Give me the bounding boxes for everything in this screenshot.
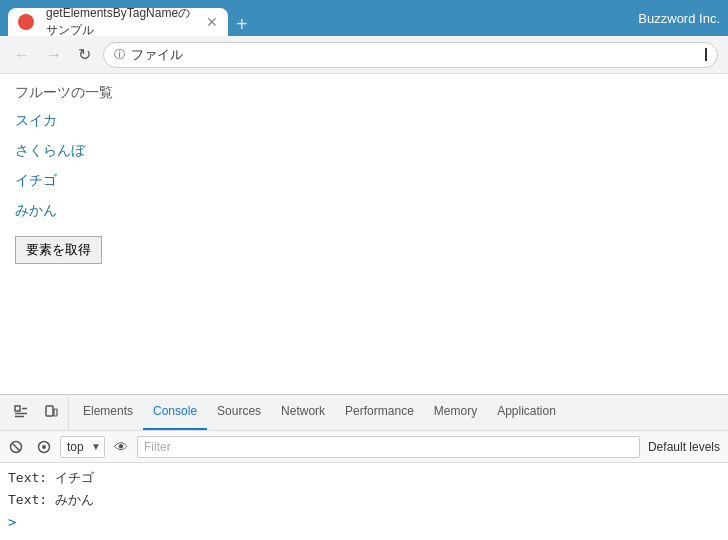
- url-bar[interactable]: ⓘ ファイル: [103, 42, 718, 68]
- company-label: Buzzword Inc.: [638, 11, 720, 26]
- fruit-item-2: さくらんぼ: [15, 142, 713, 160]
- fruit-item-4: みかん: [15, 202, 713, 220]
- tab-elements[interactable]: Elements: [73, 394, 143, 430]
- console-line-1-text: Text: イチゴ: [8, 469, 94, 487]
- tab-title: getElementsByTagNameのサンプル: [46, 5, 200, 39]
- svg-rect-5: [54, 409, 57, 416]
- eye-button[interactable]: 👁: [109, 436, 133, 458]
- console-prompt-icon: >: [8, 513, 16, 533]
- tab-close-button[interactable]: ✕: [206, 15, 218, 29]
- tab-performance[interactable]: Performance: [335, 394, 424, 430]
- console-line-2-text: Text: みかん: [8, 491, 94, 509]
- svg-point-9: [42, 445, 46, 449]
- fruit-item-1: スイカ: [15, 112, 713, 130]
- stop-recording-button[interactable]: [32, 437, 56, 457]
- default-levels-label: Default levels: [644, 440, 724, 454]
- devtools-icon-group: [4, 394, 69, 430]
- url-lock-icon: ⓘ: [114, 47, 125, 62]
- console-toolbar: top ▼ 👁 Default levels: [0, 431, 728, 463]
- context-selector-wrap: top ▼: [60, 436, 105, 458]
- tab-performance-label: Performance: [345, 404, 414, 418]
- svg-rect-4: [46, 406, 53, 416]
- filter-input[interactable]: [137, 436, 640, 458]
- refresh-button[interactable]: ↻: [74, 43, 95, 66]
- fruit-item-3: イチゴ: [15, 172, 713, 190]
- tab-sources[interactable]: Sources: [207, 394, 271, 430]
- inspect-element-button[interactable]: [8, 398, 34, 426]
- tab-application-label: Application: [497, 404, 556, 418]
- browser-titlebar: getElementsByTagNameのサンプル ✕ + Buzzword I…: [0, 0, 728, 36]
- url-cursor: [705, 48, 707, 61]
- tab-memory[interactable]: Memory: [424, 394, 487, 430]
- page-content: フルーツの一覧 スイカ さくらんぼ イチゴ みかん 要素を取得: [0, 74, 728, 394]
- back-button[interactable]: ←: [10, 44, 34, 66]
- device-toolbar-button[interactable]: [38, 398, 64, 426]
- tab-network-label: Network: [281, 404, 325, 418]
- console-line-1: Text: イチゴ: [8, 467, 720, 489]
- url-text: ファイル: [131, 46, 698, 64]
- active-tab[interactable]: getElementsByTagNameのサンプル ✕: [8, 8, 228, 36]
- context-selector[interactable]: top: [60, 436, 105, 458]
- clear-console-button[interactable]: [4, 437, 28, 457]
- forward-button[interactable]: →: [42, 44, 66, 66]
- tab-elements-label: Elements: [83, 404, 133, 418]
- svg-line-7: [13, 443, 20, 450]
- page-heading: フルーツの一覧: [15, 84, 713, 102]
- tab-sources-label: Sources: [217, 404, 261, 418]
- address-bar: ← → ↻ ⓘ ファイル: [0, 36, 728, 74]
- tab-memory-label: Memory: [434, 404, 477, 418]
- devtools-tab-bar: Elements Console Sources Network Perform…: [0, 395, 728, 431]
- get-elements-button[interactable]: 要素を取得: [15, 236, 102, 264]
- eye-icon: 👁: [114, 439, 128, 455]
- console-output: Text: イチゴ Text: みかん >: [0, 463, 728, 540]
- console-line-2: Text: みかん: [8, 489, 720, 511]
- tab-network[interactable]: Network: [271, 394, 335, 430]
- tab-console-label: Console: [153, 404, 197, 418]
- devtools-panel: Elements Console Sources Network Perform…: [0, 394, 728, 540]
- new-tab-button[interactable]: +: [228, 13, 256, 36]
- tab-area: getElementsByTagNameのサンプル ✕ +: [8, 0, 638, 36]
- tab-console[interactable]: Console: [143, 394, 207, 430]
- tab-favicon: [18, 14, 34, 30]
- svg-rect-0: [15, 406, 20, 411]
- console-prompt-line[interactable]: >: [8, 511, 720, 535]
- tab-application[interactable]: Application: [487, 394, 566, 430]
